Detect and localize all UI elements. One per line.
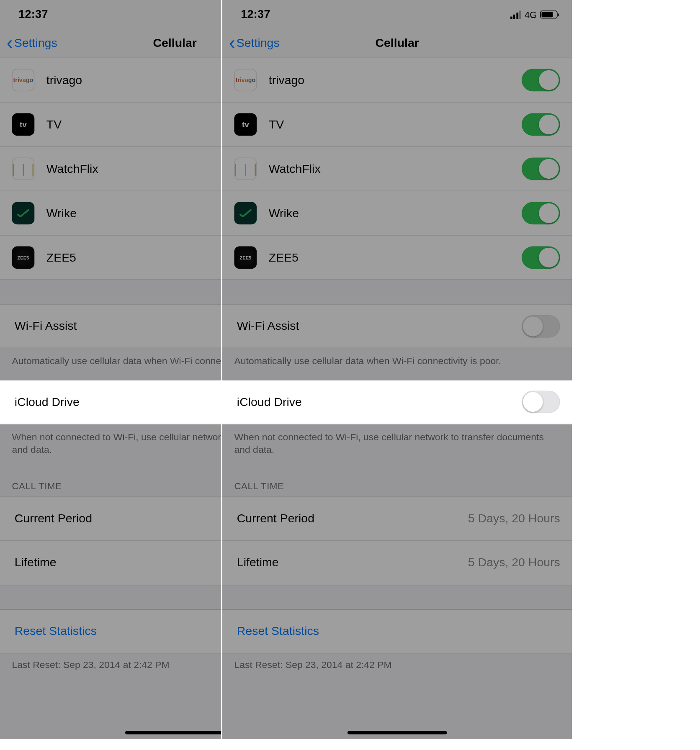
home-indicator xyxy=(125,731,224,735)
status-time: 12:37 xyxy=(18,8,48,21)
current-period-label: Current Period xyxy=(15,511,246,525)
content: trivago trivago tv TV ❘❘❘ WatchFlix Wrik… xyxy=(222,58,572,683)
app-row-zee5: ZEE5 ZEE5 xyxy=(222,236,572,280)
back-label: Settings xyxy=(237,36,280,50)
lifetime-label: Lifetime xyxy=(237,556,468,570)
wifi-assist-row: Wi-Fi Assist xyxy=(222,304,572,348)
icloud-drive-label: iCloud Drive xyxy=(237,395,522,409)
app-row-wrike: Wrike xyxy=(222,191,572,236)
nav-bar: ‹ Settings Cellular xyxy=(222,29,572,59)
app-row-tv: tv TV xyxy=(222,103,572,147)
battery-icon xyxy=(540,10,557,18)
current-period-row: Current Period 5 Days, 20 Hours xyxy=(222,496,572,541)
icloud-drive-toggle[interactable] xyxy=(522,390,560,413)
app-row-trivago: trivago trivago xyxy=(222,58,572,103)
app-row-watchflix: ❘❘❘ WatchFlix xyxy=(222,147,572,191)
wifi-assist-label: Wi-Fi Assist xyxy=(237,319,522,333)
home-indicator xyxy=(347,731,447,735)
current-period-label: Current Period xyxy=(237,511,468,525)
app-label: TV xyxy=(269,118,522,131)
app-icon: ❘❘❘ xyxy=(12,158,34,180)
reset-statistics-row[interactable]: Reset Statistics xyxy=(222,609,572,653)
network-label: 4G xyxy=(525,9,537,20)
call-time-header: CALL TIME xyxy=(222,469,572,496)
app-label: Wrike xyxy=(269,206,522,220)
status-time: 12:37 xyxy=(241,8,270,21)
current-period-value: 5 Days, 20 Hours xyxy=(468,511,560,525)
wifi-assist-toggle[interactable] xyxy=(522,315,560,337)
toggle[interactable] xyxy=(522,69,560,92)
app-label: trivago xyxy=(269,73,522,87)
lifetime-row: Lifetime 5 Days, 20 Hours xyxy=(222,541,572,585)
status-bar: 12:37 4G xyxy=(222,0,572,29)
last-reset-footer: Last Reset: Sep 23, 2014 at 2:42 PM xyxy=(222,653,572,683)
toggle[interactable] xyxy=(522,113,560,136)
app-icon: ZEE5 xyxy=(12,247,34,269)
status-right: 4G xyxy=(510,9,558,20)
app-label: ZEE5 xyxy=(269,251,522,265)
app-icon: tv xyxy=(234,113,257,136)
icloud-drive-row: iCloud Drive xyxy=(222,380,572,424)
app-label: WatchFlix xyxy=(269,162,522,176)
app-icon: trivago xyxy=(12,69,34,92)
app-icon: ❘❘❘ xyxy=(234,158,257,180)
app-icon xyxy=(234,202,257,225)
signal-icon xyxy=(510,10,521,19)
nav-title: Cellular xyxy=(153,36,196,50)
nav-title: Cellular xyxy=(375,36,419,50)
back-label: Settings xyxy=(14,36,57,50)
lifetime-label: Lifetime xyxy=(15,556,246,570)
toggle[interactable] xyxy=(522,247,560,269)
toggle[interactable] xyxy=(522,202,560,225)
wifi-assist-footer: Automatically use cellular data when Wi-… xyxy=(222,348,572,380)
reset-statistics-label: Reset Statistics xyxy=(237,624,560,638)
phone-right: 12:37 4G ‹ Settings Cellular trivago tri… xyxy=(222,0,572,739)
app-icon xyxy=(12,202,34,225)
back-button[interactable]: ‹ Settings xyxy=(229,36,280,50)
app-icon: ZEE5 xyxy=(234,247,257,269)
app-icon: trivago xyxy=(234,69,257,92)
lifetime-value: 5 Days, 20 Hours xyxy=(468,556,560,570)
toggle[interactable] xyxy=(522,158,560,180)
back-button[interactable]: ‹ Settings xyxy=(7,36,57,50)
icloud-drive-footer: When not connected to Wi-Fi, use cellula… xyxy=(222,424,572,468)
app-icon: tv xyxy=(12,113,34,136)
